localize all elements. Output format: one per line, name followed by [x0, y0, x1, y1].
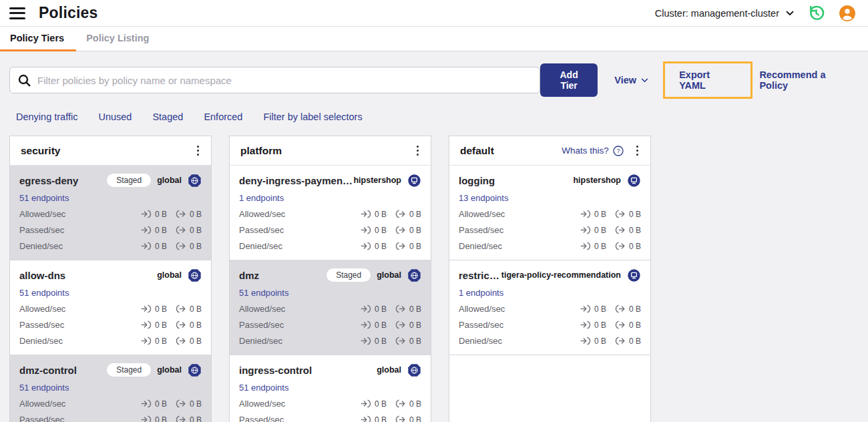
add-tier-button[interactable]: Add Tier — [540, 63, 598, 97]
tab-policy-listing[interactable]: Policy Listing — [76, 27, 161, 51]
egress-bytes-value: 0 B — [190, 415, 202, 422]
hamburger-menu-icon[interactable] — [9, 7, 25, 19]
metric-row: Allowed/sec 0 B 0 B — [19, 399, 202, 409]
question-circle-icon: ? — [613, 146, 624, 156]
ingress-bytes-icon — [580, 210, 591, 218]
history-button[interactable] — [807, 4, 825, 22]
global-badge-icon — [188, 268, 202, 282]
tier-menu-kebab-icon[interactable] — [632, 144, 642, 158]
egress-bytes-value: 0 B — [629, 210, 641, 219]
metric-row: Allowed/sec 0 B 0 B — [459, 304, 641, 314]
metric-row: Passed/sec 0 B 0 B — [19, 415, 202, 422]
user-avatar-icon — [839, 5, 856, 22]
endpoints-link[interactable]: 51 endpoints — [239, 383, 288, 393]
tiers-row: security egress-deny Staged global — [9, 136, 859, 422]
policy-name: logging — [459, 175, 495, 186]
ingress-bytes-icon — [580, 304, 591, 313]
ingress-bytes-value: 0 B — [375, 321, 387, 330]
policy-search-input[interactable] — [37, 75, 531, 86]
egress-bytes-value: 0 B — [409, 321, 421, 330]
policy-card-dmz-control[interactable]: dmz-control Staged global 51 endpoints A… — [10, 355, 211, 422]
recommend-policy-button[interactable]: Recommend a Policy — [759, 69, 853, 91]
page-title: Policies — [39, 4, 98, 22]
metric-label: Allowed/sec — [19, 304, 65, 314]
policy-scope-label: global — [377, 270, 401, 280]
metric-label: Passed/sec — [19, 320, 64, 330]
egress-bytes-icon — [176, 321, 186, 329]
egress-bytes-icon — [615, 242, 626, 250]
search-icon — [18, 74, 31, 87]
endpoints-link[interactable]: 51 endpoints — [19, 288, 69, 298]
view-dropdown-label: View — [614, 75, 636, 85]
metric-row: Denied/sec 0 B 0 B — [19, 336, 202, 346]
export-yaml-button[interactable]: Export YAML — [679, 69, 736, 91]
metric-row: Passed/sec 0 B 0 B — [19, 320, 202, 330]
policy-card-ingress-control[interactable]: ingress-control global 51 endpoints Allo… — [230, 355, 431, 422]
tab-policy-tiers-label: Policy Tiers — [10, 33, 64, 43]
egress-bytes-value: 0 B — [629, 242, 641, 251]
metric-label: Allowed/sec — [239, 209, 285, 219]
endpoints-link[interactable]: 1 endpoints — [239, 193, 284, 203]
tier-header: security — [10, 136, 211, 166]
ingress-bytes-value: 0 B — [155, 242, 167, 251]
egress-bytes-value: 0 B — [629, 321, 641, 330]
filter-by-label-selectors[interactable]: Filter by label selectors — [263, 112, 362, 122]
filter-enforced[interactable]: Enforced — [204, 112, 242, 122]
endpoints-link[interactable]: 13 endpoints — [459, 193, 508, 203]
policy-card-restricted[interactable]: restricted tigera-policy-recommendation … — [449, 260, 650, 355]
policy-card-allow-dns[interactable]: allow-dns global 51 endpoints Allowed/se… — [10, 260, 211, 355]
policy-card-logging[interactable]: logging hipstershop 13 endpoints Allowed… — [449, 166, 650, 260]
ingress-bytes-icon — [580, 226, 591, 234]
export-yaml-highlight-box[interactable]: Export YAML — [663, 61, 752, 99]
egress-bytes-icon — [615, 210, 626, 218]
ingress-bytes-value: 0 B — [375, 337, 387, 346]
metric-label: Allowed/sec — [459, 209, 505, 219]
egress-bytes-icon — [615, 226, 626, 234]
egress-bytes-icon — [615, 321, 626, 329]
ingress-bytes-icon — [361, 415, 371, 422]
staged-badge: Staged — [107, 363, 151, 377]
policy-scope-label: global — [157, 176, 182, 185]
ingress-bytes-value: 0 B — [594, 242, 606, 251]
policy-search-box[interactable] — [9, 67, 540, 93]
egress-bytes-value: 0 B — [190, 304, 202, 314]
policy-metrics: Allowed/sec 0 B 0 B Passed/sec — [19, 209, 202, 251]
policy-card-deny-ingress-paymentservi[interactable]: deny-ingress-paymentservi… hipstershop 1… — [230, 166, 431, 260]
egress-bytes-icon — [176, 399, 186, 408]
egress-bytes-value: 0 B — [190, 399, 202, 409]
filter-staged[interactable]: Staged — [152, 112, 183, 122]
global-badge-icon — [407, 268, 421, 282]
policy-card-dmz[interactable]: dmz Staged global 51 endpoints Allowed/s… — [230, 260, 431, 355]
filter-denying-traffic[interactable]: Denying traffic — [16, 112, 77, 122]
user-menu-button[interactable] — [839, 5, 856, 22]
chevron-down-icon — [786, 11, 794, 16]
tab-policy-tiers[interactable]: Policy Tiers — [0, 27, 76, 51]
endpoints-link[interactable]: 51 endpoints — [19, 383, 69, 393]
ingress-bytes-icon — [141, 226, 152, 234]
metric-label: Denied/sec — [239, 241, 282, 251]
endpoints-link[interactable]: 1 endpoints — [459, 288, 503, 298]
tier-help-link[interactable]: Whats this? ? — [562, 146, 624, 156]
egress-bytes-icon — [615, 337, 626, 345]
endpoints-link[interactable]: 51 endpoints — [19, 193, 69, 203]
tier-name: default — [460, 145, 494, 157]
global-badge-icon — [188, 363, 202, 377]
metric-label: Passed/sec — [459, 225, 503, 235]
policies-toolbar: Add Tier View Export YAML Recommend a Po… — [9, 61, 853, 99]
policy-card-egress-deny[interactable]: egress-deny Staged global 51 endpoints A… — [10, 166, 211, 260]
cluster-selector[interactable]: Cluster: management-cluster — [655, 8, 794, 19]
endpoints-link[interactable]: 51 endpoints — [239, 288, 288, 298]
egress-bytes-icon — [176, 242, 186, 250]
ingress-bytes-icon — [361, 226, 371, 234]
egress-bytes-icon — [176, 304, 186, 313]
tier-column-security: security egress-deny Staged global — [9, 136, 212, 422]
metric-row: Denied/sec 0 B 0 B — [459, 241, 641, 251]
ingress-bytes-icon — [141, 399, 152, 408]
policy-metrics: Allowed/sec 0 B 0 B Passed/sec — [459, 304, 641, 346]
view-dropdown-button[interactable]: View — [614, 75, 648, 85]
filter-unused[interactable]: Unused — [98, 112, 132, 122]
ingress-bytes-value: 0 B — [155, 337, 167, 346]
tier-menu-kebab-icon[interactable] — [413, 144, 423, 158]
ingress-bytes-icon — [361, 399, 371, 408]
tier-menu-kebab-icon[interactable] — [193, 144, 203, 158]
